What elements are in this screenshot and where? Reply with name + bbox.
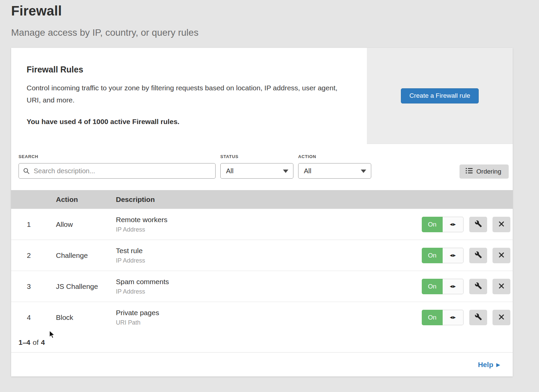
toggle-on-label: On xyxy=(422,248,443,263)
toggle-on-label: On xyxy=(422,217,443,232)
close-icon xyxy=(498,314,505,321)
toggle-on-label: On xyxy=(422,279,443,294)
status-label: STATUS xyxy=(220,154,293,159)
toggle-on-label: On xyxy=(422,310,443,325)
wrench-icon xyxy=(475,251,482,260)
rule-action: Block xyxy=(56,313,116,322)
edit-rule-button[interactable] xyxy=(469,248,487,263)
create-firewall-rule-button[interactable]: Create a Firewall rule xyxy=(401,88,479,103)
arrow-right-icon: ▶ xyxy=(496,362,500,367)
help-link[interactable]: Help ▶ xyxy=(478,361,500,369)
page-subtitle: Manage access by IP, country, or query r… xyxy=(11,27,528,38)
table-row: 1 Allow Remote workers IP Address On ◀▶ xyxy=(11,209,513,240)
rule-description: Spam comments xyxy=(116,278,415,286)
close-icon xyxy=(498,283,505,290)
action-column-header: Action xyxy=(56,195,116,204)
action-label: ACTION xyxy=(298,154,371,159)
edit-rule-button[interactable] xyxy=(469,310,487,325)
card-footer: Help ▶ xyxy=(11,353,513,376)
toggle-arrows-icon: ◀▶ xyxy=(443,310,464,325)
action-filter: ACTION All xyxy=(298,154,371,190)
rule-description: Remote workers xyxy=(116,216,415,224)
edit-rule-button[interactable] xyxy=(469,279,487,294)
filters-bar: SEARCH STATUS All ACTION All xyxy=(11,144,513,190)
status-select[interactable]: All xyxy=(220,163,293,179)
rule-field-type: URI Path xyxy=(116,319,415,326)
table-row: 4 Block Private pages URI Path On ◀▶ xyxy=(11,302,513,333)
ordering-button[interactable]: Ordering xyxy=(459,164,509,179)
rule-index: 1 xyxy=(11,220,56,229)
delete-rule-button[interactable] xyxy=(493,248,510,263)
action-selected-value: All xyxy=(304,167,311,175)
rule-index: 2 xyxy=(11,251,56,260)
status-selected-value: All xyxy=(226,167,233,175)
page-title: Firewall xyxy=(11,3,528,19)
toggle-arrows-icon: ◀▶ xyxy=(443,248,464,263)
close-icon xyxy=(498,221,505,228)
search-input[interactable] xyxy=(19,163,216,179)
pagination-total: 4 xyxy=(41,338,45,346)
edit-rule-button[interactable] xyxy=(469,217,487,232)
toggle-arrows-icon: ◀▶ xyxy=(443,217,464,232)
rule-enabled-toggle[interactable]: On ◀▶ xyxy=(422,217,464,232)
rules-intro-side-panel: Create a Firewall rule xyxy=(367,48,513,144)
delete-rule-button[interactable] xyxy=(493,217,510,232)
chevron-down-icon xyxy=(361,170,366,173)
search-label: SEARCH xyxy=(19,154,216,159)
status-filter: STATUS All xyxy=(220,154,293,190)
rule-index: 4 xyxy=(11,313,56,322)
rule-description: Private pages xyxy=(116,309,415,317)
rule-action: JS Challenge xyxy=(56,282,116,291)
ordering-list-icon xyxy=(466,168,473,176)
rule-enabled-toggle[interactable]: On ◀▶ xyxy=(422,310,464,325)
rules-section-title: Firewall Rules xyxy=(27,65,347,74)
delete-rule-button[interactable] xyxy=(493,279,510,294)
firewall-page: Firewall Manage access by IP, country, o… xyxy=(0,0,539,376)
rule-enabled-toggle[interactable]: On ◀▶ xyxy=(422,279,464,294)
table-row: 2 Challenge Test rule IP Address On ◀▶ xyxy=(11,240,513,271)
search-icon xyxy=(23,168,30,176)
rules-section-description: Control incoming traffic to your zone by… xyxy=(27,82,347,106)
rule-field-type: IP Address xyxy=(116,257,415,264)
wrench-icon xyxy=(475,282,482,291)
rules-intro-section: Firewall Rules Control incoming traffic … xyxy=(11,48,513,144)
delete-rule-button[interactable] xyxy=(493,310,510,325)
toggle-arrows-icon: ◀▶ xyxy=(443,279,464,294)
pagination-of-label: of xyxy=(33,338,39,346)
rules-table-header: Action Description xyxy=(11,190,513,209)
wrench-icon xyxy=(475,313,482,322)
rule-field-type: IP Address xyxy=(116,226,415,233)
firewall-rules-card: Firewall Rules Control incoming traffic … xyxy=(11,48,513,376)
close-icon xyxy=(498,252,505,259)
wrench-icon xyxy=(475,220,482,229)
rules-intro-text: Firewall Rules Control incoming traffic … xyxy=(11,48,367,144)
rule-description: Test rule xyxy=(116,247,415,255)
rule-action: Allow xyxy=(56,220,116,229)
rules-usage-count: You have used 4 of 1000 active Firewall … xyxy=(27,118,347,126)
rule-action: Challenge xyxy=(56,251,116,260)
help-link-label: Help xyxy=(478,361,494,369)
description-column-header: Description xyxy=(116,195,415,204)
rule-index: 3 xyxy=(11,282,56,291)
table-row: 3 JS Challenge Spam comments IP Address … xyxy=(11,271,513,302)
rule-enabled-toggle[interactable]: On ◀▶ xyxy=(422,248,464,263)
chevron-down-icon xyxy=(283,170,288,173)
pagination-range: 1–4 xyxy=(19,338,30,346)
search-filter: SEARCH xyxy=(19,154,216,190)
ordering-button-label: Ordering xyxy=(476,168,501,175)
pagination: 1–4 of 4 xyxy=(11,333,513,353)
action-select[interactable]: All xyxy=(298,163,371,179)
rule-field-type: IP Address xyxy=(116,288,415,295)
